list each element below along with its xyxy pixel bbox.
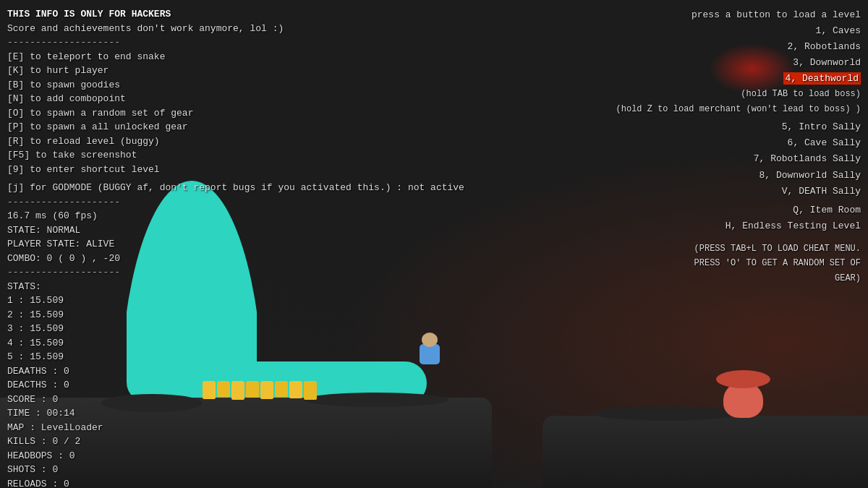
enemy-top bbox=[716, 370, 770, 388]
cheat-line-2: PRESS 'O' TO GET A RANDOM SET OF bbox=[616, 256, 861, 270]
hold-tab-info: (hold TAB to load boss) bbox=[616, 87, 861, 101]
level-endless: H, Endless Testing Level bbox=[616, 218, 861, 234]
level-item-room: Q, Item Room bbox=[616, 202, 861, 218]
key-o: [O] to spawn a random set of gear bbox=[7, 106, 464, 121]
level-robotlands: 2, Robotlands bbox=[616, 39, 861, 55]
shots: SHOTS : 0 bbox=[7, 463, 464, 477]
debug-panel-left: THIS INFO IS ONLY FOR HACKERS Score and … bbox=[7, 7, 464, 488]
level-robotlands-sally: 7, Robotlands Sally bbox=[616, 151, 861, 167]
player-state-display: PLAYER STATE: ALIVE bbox=[7, 237, 464, 252]
fps-display: 16.7 ms (60 fps) bbox=[7, 209, 464, 223]
cheat-line-1: (PRESS TAB+L TO LOAD CHEAT MENU. bbox=[616, 241, 861, 256]
key-f5: [F5] to take screenshot bbox=[7, 148, 464, 163]
deaths: DEACTHS : 0 bbox=[7, 378, 464, 393]
separator-1: -------------------- bbox=[7, 35, 464, 50]
separator-2: -------------------- bbox=[7, 195, 464, 210]
cheat-menu-info: (PRESS TAB+L TO LOAD CHEAT MENU. PRESS '… bbox=[616, 241, 861, 286]
hold-z-info: (hold Z to load merchant (won't lead to … bbox=[616, 102, 861, 116]
score-warning: Score and achievements don't work anymor… bbox=[7, 22, 464, 36]
separator-3: -------------------- bbox=[7, 265, 464, 280]
key-9: [9] to enter shortcut level bbox=[7, 163, 464, 177]
stat-4: 4 : 15.509 bbox=[7, 336, 464, 351]
map: MAP : LevelLoader bbox=[7, 421, 464, 435]
key-p: [P] to spawn a all unlocked gear bbox=[7, 120, 464, 134]
level-caves: 1, Caves bbox=[616, 23, 861, 39]
headbops: HEADBOPS : 0 bbox=[7, 449, 464, 463]
kills: KILLS : 0 / 2 bbox=[7, 435, 464, 449]
level-deathworld: 4, Deathworld bbox=[616, 71, 861, 87]
stat-5: 5 : 15.509 bbox=[7, 350, 464, 364]
time: TIME : 00:14 bbox=[7, 406, 464, 421]
rock-detail-3 bbox=[593, 406, 738, 421]
stats-header: STATS: bbox=[7, 280, 464, 294]
level-intro-sally: 5, Intro Sally bbox=[616, 119, 861, 135]
load-prompt: press a button to load a level bbox=[616, 7, 861, 23]
combo-display: COMBO: 0 ( 0 ) , -20 bbox=[7, 252, 464, 266]
stat-3: 3 : 15.509 bbox=[7, 322, 464, 336]
deaaths: DEAATHS : 0 bbox=[7, 364, 464, 379]
stat-2: 2 : 15.509 bbox=[7, 308, 464, 322]
key-n: [N] to add combopoint bbox=[7, 92, 464, 106]
debug-panel-right: press a button to load a level 1, Caves … bbox=[616, 7, 861, 286]
key-e: [E] to teleport to end snake bbox=[7, 50, 464, 64]
score: SCORE : 0 bbox=[7, 393, 464, 407]
godmode-status: [j] for GODMODE (BUGGY af, don't report … bbox=[7, 181, 464, 195]
reloads: RELOADS : 0 bbox=[7, 477, 464, 489]
stat-1: 1 : 15.509 bbox=[7, 294, 464, 308]
level-downworld: 3, Downworld bbox=[616, 55, 861, 71]
level-death-sally: V, DEATH Sally bbox=[616, 184, 861, 200]
state-display: STATE: NORMAL bbox=[7, 223, 464, 238]
level-downworld-sally: 8, Downworld Sally bbox=[616, 168, 861, 184]
hack-warning: THIS INFO IS ONLY FOR HACKERS bbox=[7, 7, 464, 22]
ground-right bbox=[542, 416, 868, 488]
cheat-line-3: GEAR) bbox=[616, 271, 861, 286]
key-k: [K] to hurt player bbox=[7, 64, 464, 78]
key-b: [B] to spawn goodies bbox=[7, 78, 464, 93]
key-r: [R] to reload level (buggy) bbox=[7, 134, 464, 149]
level-cave-sally: 6, Cave Sally bbox=[616, 135, 861, 151]
